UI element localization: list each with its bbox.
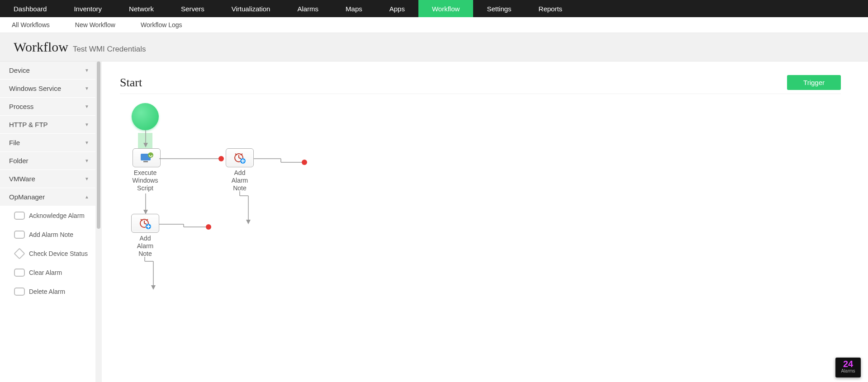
add-alarm-note-node-1[interactable]: Add Alarm Note <box>226 148 254 192</box>
subnav-all-workflows[interactable]: All Workflows <box>12 17 62 33</box>
rounded-box-icon <box>14 267 25 278</box>
diamond-icon <box>14 248 25 259</box>
category-label: File <box>9 139 20 146</box>
action-acknowledge-alarm[interactable]: Acknowledge Alarm <box>0 206 95 225</box>
svg-rect-3 <box>143 161 148 162</box>
nav-settings[interactable]: Settings <box>473 0 525 17</box>
nav-servers[interactable]: Servers <box>167 0 218 17</box>
category-http-ftp[interactable]: HTTP & FTP▼ <box>0 116 95 134</box>
scrollbar-thumb[interactable] <box>97 61 100 229</box>
start-circle-icon <box>132 103 159 130</box>
chevron-down-icon: ▼ <box>85 68 89 73</box>
start-node[interactable] <box>132 103 159 130</box>
node-box <box>131 214 159 233</box>
workflow-canvas: Start Trigger <box>102 61 868 382</box>
chevron-up-icon: ▲ <box>85 194 89 199</box>
title-bar: Workflow Test WMI Credentials <box>0 33 868 61</box>
sidebar-wrap: Device▼Windows Service▼Process▼HTTP & FT… <box>0 61 102 382</box>
add-alarm-note-node-2[interactable]: Add Alarm Note <box>131 214 159 257</box>
page-subtitle: Test WMI Credentials <box>73 45 146 54</box>
failure-endpoint-dot <box>206 224 211 230</box>
alarm-clock-add-icon <box>233 152 247 164</box>
nav-virtualization[interactable]: Virtualization <box>218 0 284 17</box>
execute-windows-script-node[interactable]: Execute Windows Script <box>131 148 161 192</box>
node-label: Add Alarm Note <box>131 235 159 257</box>
category-process[interactable]: Process▼ <box>0 98 95 116</box>
category-device[interactable]: Device▼ <box>0 61 95 80</box>
chevron-down-icon: ▼ <box>85 158 89 163</box>
failure-endpoint-dot <box>302 160 307 165</box>
action-label: Check Device Status <box>29 250 88 257</box>
category-label: VMWare <box>9 175 35 183</box>
rounded-box-icon <box>14 286 25 297</box>
node-label: Add Alarm Note <box>226 169 254 192</box>
nav-alarms[interactable]: Alarms <box>284 0 332 17</box>
nav-reports[interactable]: Reports <box>525 0 576 17</box>
action-add-alarm-note[interactable]: Add Alarm Note <box>0 225 95 244</box>
category-folder[interactable]: Folder▼ <box>0 152 95 170</box>
rounded-box-icon <box>14 229 25 240</box>
sidebar-scrollbar[interactable] <box>95 61 102 382</box>
chevron-down-icon: ▼ <box>85 176 89 181</box>
canvas-heading: Start <box>120 76 142 90</box>
svg-line-8 <box>239 158 241 159</box>
action-label: Acknowledge Alarm <box>29 212 85 219</box>
workflow-diagram: Execute Windows Script <box>120 103 841 329</box>
category-label: HTTP & FTP <box>9 121 48 128</box>
alarm-badge[interactable]: 24 Alarms <box>835 358 861 377</box>
failure-endpoint-dot <box>218 156 224 161</box>
alarm-clock-add-icon <box>138 217 152 229</box>
action-check-device-status[interactable]: Check Device Status <box>0 244 95 263</box>
nav-network[interactable]: Network <box>115 0 167 17</box>
node-box <box>133 148 161 167</box>
action-label: Delete Alarm <box>29 288 65 295</box>
subnav-new-workflow[interactable]: New Workflow <box>62 17 128 33</box>
active-connector-highlight <box>138 133 152 149</box>
action-label: Add Alarm Note <box>29 231 73 238</box>
category-label: Folder <box>9 157 28 165</box>
alarm-label: Alarms <box>835 368 861 373</box>
chevron-down-icon: ▼ <box>85 122 89 127</box>
monitor-script-icon <box>139 152 154 164</box>
subnav-workflow-logs[interactable]: Workflow Logs <box>128 17 195 33</box>
nav-maps[interactable]: Maps <box>332 0 376 17</box>
sidebar: Device▼Windows Service▼Process▼HTTP & FT… <box>0 61 95 382</box>
category-windows-service[interactable]: Windows Service▼ <box>0 80 95 98</box>
svg-point-4 <box>148 152 153 158</box>
chevron-down-icon: ▼ <box>85 86 89 91</box>
action-clear-alarm[interactable]: Clear Alarm <box>0 263 95 282</box>
nav-inventory[interactable]: Inventory <box>60 0 115 17</box>
category-label: Process <box>9 103 33 110</box>
action-delete-alarm[interactable]: Delete Alarm <box>0 282 95 301</box>
sub-nav: All WorkflowsNew WorkflowWorkflow Logs <box>0 17 868 33</box>
node-box <box>226 148 254 167</box>
svg-line-25 <box>144 223 147 224</box>
canvas-header: Start Trigger <box>120 75 841 94</box>
action-label: Clear Alarm <box>29 269 62 276</box>
top-nav: DashboardInventoryNetworkServersVirtuali… <box>0 0 868 17</box>
category-file[interactable]: File▼ <box>0 134 95 152</box>
alarm-count: 24 <box>835 359 861 368</box>
main-area: Device▼Windows Service▼Process▼HTTP & FT… <box>0 61 868 382</box>
category-vmware[interactable]: VMWare▼ <box>0 170 95 188</box>
svg-marker-37 <box>151 285 156 290</box>
nav-dashboard[interactable]: Dashboard <box>0 0 60 17</box>
category-label: Windows Service <box>9 85 61 92</box>
node-label: Execute Windows Script <box>129 169 161 192</box>
category-opmanager[interactable]: OpManager▲ <box>0 188 95 206</box>
chevron-down-icon: ▼ <box>85 140 89 145</box>
chevron-down-icon: ▼ <box>85 104 89 109</box>
category-label: OpManager <box>9 193 45 201</box>
svg-marker-20 <box>246 220 251 224</box>
nav-apps[interactable]: Apps <box>376 0 418 17</box>
trigger-button[interactable]: Trigger <box>787 75 841 90</box>
nav-workflow[interactable]: Workflow <box>418 0 473 17</box>
page-title: Workflow <box>14 39 68 55</box>
category-label: Device <box>9 66 30 74</box>
rounded-box-icon <box>14 210 25 221</box>
